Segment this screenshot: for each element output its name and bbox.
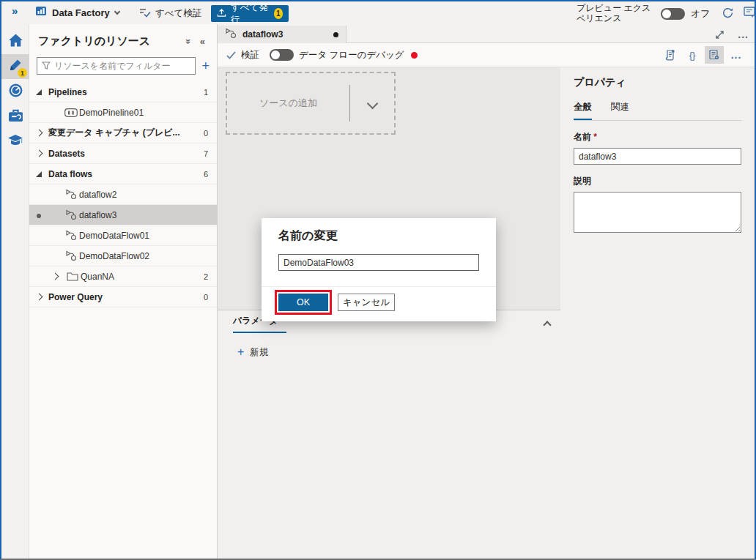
dataflow-icon — [225, 28, 237, 42]
chevron-down-icon[interactable] — [350, 100, 394, 108]
name-field-label: 名前 * — [574, 131, 741, 143]
dataflow-toolbar: 検証 データ フローのデバッグ {} ... — [218, 43, 755, 67]
toolbar-more-icon[interactable]: ... — [727, 46, 746, 64]
refresh-icon[interactable] — [719, 4, 735, 20]
dataflow-icon — [63, 189, 79, 200]
notifications-icon[interactable] — [741, 4, 756, 20]
tree-label: 変更データ キャプチャ (プレビ... — [48, 127, 204, 139]
resources-title: ファクトリのリソース — [38, 34, 182, 48]
add-source-box[interactable]: ソースの追加 — [226, 72, 396, 135]
tree-item-quanna-folder[interactable]: QuanNA 2 — [29, 266, 217, 287]
publish-all-label: すべて発行 — [231, 1, 270, 26]
publish-icon — [217, 8, 226, 20]
expand-editor-icon[interactable] — [711, 26, 727, 42]
description-textarea[interactable] — [574, 192, 741, 233]
settings-list-icon[interactable] — [705, 46, 724, 64]
collapse-panel-chevron-icon[interactable] — [544, 318, 550, 331]
description-field-label: 説明 — [574, 175, 741, 187]
preview-experience-toggle[interactable] — [661, 8, 685, 20]
chevron-collapsed-icon[interactable] — [29, 151, 48, 156]
nav-monitor-button[interactable] — [1, 79, 29, 104]
cancel-button[interactable]: キャンセル — [338, 294, 395, 311]
tree-item-data-flows[interactable]: Data flows 6 — [29, 164, 217, 184]
collapse-panel-icon[interactable]: « — [196, 36, 210, 47]
debug-toggle-group: データ フローのデバッグ — [270, 49, 418, 61]
nav-learning-button[interactable] — [1, 129, 29, 154]
tree-label: QuanNA — [81, 272, 204, 282]
tree-item-pipelines[interactable]: Pipelines 1 — [29, 82, 217, 102]
folder-icon — [64, 272, 81, 281]
tree-item-dataflow3[interactable]: dataflow3 — [29, 205, 217, 225]
app-window: » Data Factory すべて検証 すべて発行 1 プレビュー エクスペリ… — [0, 0, 756, 560]
chevron-expanded-icon[interactable] — [29, 89, 48, 95]
chevron-expanded-icon[interactable] — [29, 171, 48, 177]
tree-item-demodataflow02[interactable]: DemoDataFlow02 — [29, 246, 217, 266]
tree-label: dataflow3 — [79, 210, 208, 220]
tree-label: DemoDataFlow02 — [79, 251, 208, 261]
tree-count: 0 — [204, 129, 208, 138]
nav-home-button[interactable] — [1, 29, 29, 54]
resource-filter-input[interactable] — [54, 61, 190, 71]
pipeline-icon — [63, 108, 79, 117]
top-bar: » Data Factory すべて検証 すべて発行 1 プレビュー エクスペリ… — [1, 1, 755, 24]
script-icon[interactable] — [661, 46, 680, 64]
validate-button[interactable]: 検証 — [226, 49, 259, 61]
dialog-divider — [262, 286, 496, 287]
toggle-knob — [662, 10, 671, 18]
chevron-collapsed-icon[interactable] — [29, 294, 48, 299]
rename-input[interactable] — [278, 254, 479, 271]
unsaved-changes-dot — [333, 32, 338, 37]
author-change-badge: 1 — [18, 68, 27, 78]
data-factory-switcher[interactable]: Data Factory — [35, 5, 119, 20]
tree-label: Power Query — [48, 292, 204, 302]
toggle-knob — [271, 51, 280, 59]
editor-tab-bar: dataflow3 ... — [218, 24, 755, 43]
tree-item-power-query[interactable]: Power Query 0 — [29, 287, 217, 307]
tree-label: Data flows — [48, 169, 204, 179]
tab-general[interactable]: 全般 — [574, 101, 592, 120]
chevron-collapsed-icon[interactable] — [45, 274, 64, 279]
resize-grip-icon[interactable] — [733, 225, 740, 231]
tab-dataflow3[interactable]: dataflow3 — [218, 26, 346, 43]
home-icon — [8, 33, 23, 51]
resource-tree: Pipelines 1 DemoPineline01 変更データ キャプチャ (… — [29, 82, 217, 307]
tree-count: 0 — [204, 293, 208, 302]
properties-title: プロパティ — [574, 76, 741, 89]
left-nav-rail: 1 — [1, 24, 29, 560]
collapse-all-icon[interactable]: » — [183, 34, 194, 48]
name-input[interactable] — [574, 148, 741, 165]
parameters-panel: パラメーター + 新規 — [218, 310, 560, 560]
toolbox-icon — [8, 108, 23, 125]
add-resource-button[interactable]: + — [201, 59, 210, 72]
dataflow-debug-toggle[interactable] — [270, 49, 294, 61]
tree-item-datasets[interactable]: Datasets 7 — [29, 143, 217, 164]
tree-item-demopineline01[interactable]: DemoPineline01 — [29, 102, 217, 123]
dataflow-icon — [63, 230, 79, 241]
new-parameter-button[interactable]: + 新規 — [237, 346, 268, 359]
product-title: Data Factory — [52, 7, 110, 18]
resource-filter-field[interactable] — [37, 57, 196, 75]
name-label-text: 名前 — [574, 132, 591, 142]
tree-count: 1 — [204, 88, 208, 97]
tree-count: 6 — [204, 170, 208, 179]
tab-related[interactable]: 関連 — [611, 101, 629, 120]
nav-author-button[interactable]: 1 — [1, 54, 29, 79]
graduation-cap-icon — [7, 133, 23, 149]
tree-item-dataflow2[interactable]: dataflow2 — [29, 184, 217, 205]
chevron-collapsed-icon[interactable] — [29, 130, 48, 135]
new-parameter-label: 新規 — [250, 346, 268, 359]
tree-item-change-data-capture[interactable]: 変更データ キャプチャ (プレビ... 0 — [29, 123, 217, 143]
tab-more-icon[interactable]: ... — [738, 29, 749, 40]
nav-manage-button[interactable] — [1, 104, 29, 129]
tree-item-demodataflow01[interactable]: DemoDataFlow01 — [29, 225, 217, 246]
preview-experience-label: プレビュー エクスペリエンス — [577, 3, 657, 23]
publish-all-button[interactable]: すべて発行 1 — [211, 5, 289, 22]
ok-button[interactable]: OK — [278, 294, 328, 311]
plus-icon: + — [237, 346, 244, 359]
validate-all-button[interactable]: すべて検証 — [139, 5, 201, 22]
debug-status-dot — [411, 52, 418, 59]
data-factory-icon — [35, 5, 47, 20]
factory-resources-panel: ファクトリのリソース » « + Pipelines 1 — [29, 24, 218, 560]
expand-rail-icon[interactable]: » — [12, 4, 18, 17]
code-braces-icon[interactable]: {} — [683, 46, 702, 64]
